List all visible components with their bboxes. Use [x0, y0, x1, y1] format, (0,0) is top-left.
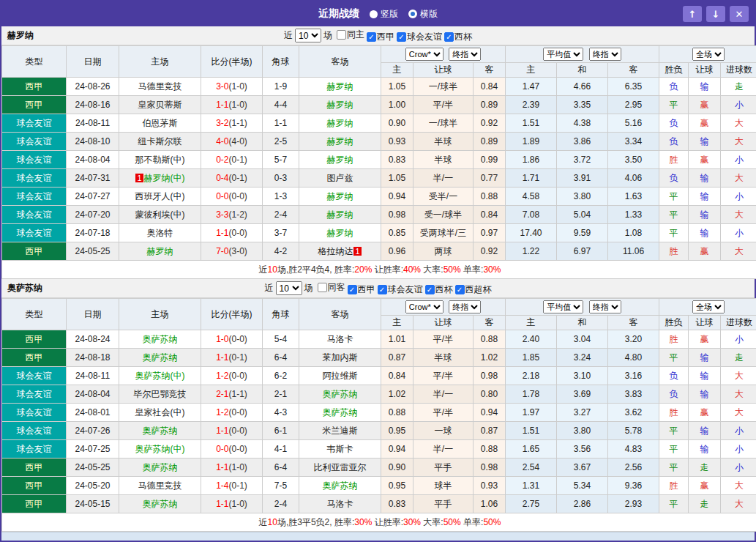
recent-count-select[interactable]: 10	[295, 29, 321, 42]
league-filter[interactable]: 同客	[318, 281, 345, 294]
home-team-cell: 皇家贝蒂斯	[119, 96, 201, 114]
layout-radio-horizontal[interactable]: 横版	[408, 8, 438, 21]
layout-radio-vertical[interactable]: 竖版	[370, 8, 398, 21]
away-team-cell: 阿拉维斯	[299, 367, 381, 385]
team-sections: 赫罗纳 近 10 场 同主✓西甲✓球会友谊✓西杯 类型 日期 主场	[1, 26, 755, 532]
score-label: 0-4	[216, 173, 228, 183]
league-filter[interactable]: ✓球会友谊	[378, 283, 423, 296]
team-name-label: 奥萨苏纳	[143, 352, 178, 363]
half-score-label: (0-1)	[229, 173, 247, 183]
handicap-odds-cell: 0.84	[381, 367, 413, 385]
handicap-odds-cell: 平/半	[413, 367, 474, 385]
scope-select[interactable]: 全场	[692, 300, 725, 313]
league-filter[interactable]: ✓西甲	[367, 31, 394, 43]
match-date-cell: 24-07-25	[67, 440, 119, 459]
europe-odds-cell: 3.83	[608, 385, 659, 404]
result-label: 大	[735, 389, 744, 399]
europe-time-select[interactable]: 终指	[589, 300, 621, 313]
odds-provider-select[interactable]: Crow*	[405, 48, 444, 61]
home-team-cell: 纽卡斯尔联	[119, 133, 201, 151]
europe-avg-select[interactable]: 平均值	[543, 300, 583, 313]
handicap-odds-cell: 半球	[413, 151, 474, 169]
match-row: 西甲24-08-24奥萨苏纳1-0(0-0)5-4马洛卡1.01平/半0.882…	[2, 330, 756, 349]
result-cell: 负	[659, 133, 689, 151]
score-cell: 1-1(1-0)	[201, 495, 263, 513]
league-filter[interactable]: ✓西超杯	[455, 283, 492, 296]
europe-odds-cell: 1.63	[608, 188, 659, 206]
league-type-label: 球会友谊	[17, 407, 52, 417]
result-cell: 大	[721, 169, 756, 188]
home-team-cell: 奥萨苏纳	[119, 330, 201, 349]
match-row: 球会友谊24-08-01皇家社会(中)1-2(0-0)4-3奥萨苏纳0.88平/…	[2, 404, 756, 422]
handicap-odds-cell: 0.89	[474, 96, 506, 114]
match-row: 西甲24-08-26马德里竞技3-0(1-0)1-9赫罗纳1.05一/球半0.8…	[2, 78, 756, 96]
odds-provider-select[interactable]: Crow*	[405, 300, 444, 313]
result-cell: 负	[659, 114, 689, 133]
result-cell: 平	[659, 224, 689, 242]
summary-segment: 近	[259, 264, 268, 275]
summary-segment: 近	[259, 517, 268, 527]
europe-odds-cell: 4.38	[557, 114, 608, 133]
league-filter[interactable]: ✓西杯	[425, 283, 453, 296]
checkbox-checked-icon[interactable]: ✓	[367, 32, 376, 42]
move-up-button[interactable]: ↑	[683, 6, 702, 22]
checkbox-unchecked-icon[interactable]	[318, 283, 327, 292]
half-score-label: (4-0)	[229, 136, 247, 146]
europe-time-select[interactable]: 终指	[589, 48, 621, 61]
close-button[interactable]: ✕	[730, 6, 749, 22]
team-name-label: 蒙彼利埃(中)	[135, 209, 185, 220]
checkbox-checked-icon[interactable]: ✓	[425, 285, 435, 294]
europe-odds-cell: 2.56	[608, 459, 659, 477]
league-filter[interactable]: 同主	[337, 29, 364, 41]
result-cell: 平	[659, 422, 689, 440]
team-table-section: 赫罗纳 近 10 场 同主✓西甲✓球会友谊✓西杯 类型 日期 主场	[1, 26, 755, 279]
score-label: 1-1	[216, 462, 228, 472]
scope-select[interactable]: 全场	[692, 48, 725, 61]
score-cell: 0-4(0-1)	[201, 169, 263, 188]
half-score-label: (1-0)	[229, 462, 247, 472]
score-cell: 4-0(4-0)	[201, 133, 263, 151]
half-score-label: (0-1)	[229, 352, 247, 363]
summary-segment: 让胜率:	[372, 264, 403, 275]
checkbox-checked-icon[interactable]: ✓	[455, 285, 465, 294]
checkbox-checked-icon[interactable]: ✓	[444, 32, 454, 42]
recent-count-select[interactable]: 10	[276, 281, 302, 295]
title-bar: 近期战绩 竖版 横版 ↑ ↓ ✕	[1, 1, 755, 26]
result-cell: 赢	[689, 151, 721, 169]
europe-odds-cell: 9.36	[608, 477, 659, 495]
team-name-label: 奥萨苏纳	[323, 407, 358, 417]
checkbox-checked-icon[interactable]: ✓	[397, 32, 406, 42]
result-cell: 负	[659, 169, 689, 188]
match-date-cell: 24-08-11	[67, 367, 119, 385]
result-label: 大	[735, 407, 744, 417]
sub-header-handicap: 让球	[413, 63, 474, 78]
league-filter[interactable]: ✓球会友谊	[397, 31, 442, 43]
checkbox-checked-icon[interactable]: ✓	[378, 285, 387, 294]
league-type-cell: 球会友谊	[2, 367, 67, 385]
europe-odds-cell: 6.35	[608, 78, 659, 96]
handicap-odds-cell: 半球	[413, 133, 474, 151]
europe-odds-cell: 3.80	[557, 188, 608, 206]
handicap-time-select[interactable]: 终指	[449, 48, 481, 61]
away-team-cell: 赫罗纳	[299, 188, 381, 206]
handicap-time-select[interactable]: 终指	[449, 300, 481, 313]
match-row: 西甲24-05-20马德里竞技1-4(0-1)7-5奥萨苏纳0.95球半0.93…	[2, 477, 756, 495]
league-filter[interactable]: ✓西甲	[348, 283, 375, 296]
match-row: 西甲24-05-25赫罗纳7-0(3-0)4-2格拉纳达10.96两球0.921…	[2, 242, 756, 261]
league-type-label: 球会友谊	[17, 118, 52, 128]
league-filter[interactable]: ✓西杯	[444, 31, 472, 43]
summary-segment: 50%	[444, 264, 461, 275]
checkbox-unchecked-icon[interactable]	[337, 30, 346, 40]
result-label: 负	[670, 118, 678, 128]
europe-avg-select[interactable]: 平均值	[543, 48, 583, 61]
score-cell: 1-1(1-0)	[201, 96, 263, 114]
league-type-label: 球会友谊	[17, 136, 52, 146]
matches-body: 西甲24-08-24奥萨苏纳1-0(0-0)5-4马洛卡1.01平/半0.882…	[2, 330, 756, 513]
home-team-cell: 蒙彼利埃(中)	[119, 206, 201, 224]
europe-odds-cell: 3.35	[557, 96, 608, 114]
checkbox-checked-icon[interactable]: ✓	[348, 285, 357, 294]
move-down-button[interactable]: ↓	[706, 6, 725, 22]
corner-cell: 0-3	[263, 169, 299, 188]
col-header-type: 类型	[2, 299, 67, 330]
europe-odds-cell: 2.39	[506, 96, 557, 114]
